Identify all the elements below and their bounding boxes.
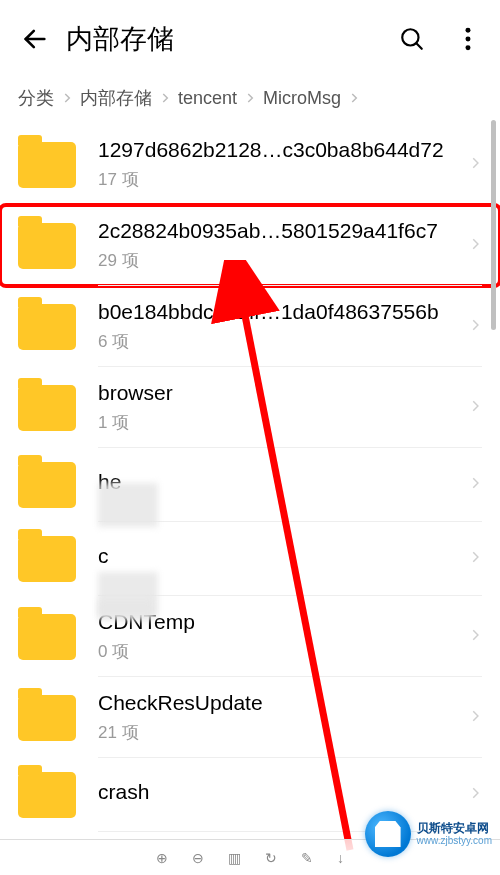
breadcrumb-segment[interactable]: MicroMsg bbox=[263, 88, 341, 109]
chevron-right-icon bbox=[243, 91, 257, 105]
chevron-right-icon bbox=[158, 91, 172, 105]
folder-meta: 17 项 bbox=[98, 168, 458, 191]
row-text: CheckResUpdate21 项 bbox=[98, 691, 458, 744]
row-text: b0e184bbdc4a1ff…1da0f48637556b6 项 bbox=[98, 300, 458, 353]
folder-meta: 21 项 bbox=[98, 721, 458, 744]
folder-name: 1297d6862b2128…c3c0ba8b644d72 bbox=[98, 138, 458, 162]
folder-row[interactable]: b0e184bbdc4a1ff…1da0f48637556b6 项 bbox=[0, 286, 500, 367]
folder-meta: 6 项 bbox=[98, 330, 458, 353]
chevron-right-icon bbox=[347, 91, 361, 105]
row-text: browser1 项 bbox=[98, 381, 458, 434]
page-title: 内部存储 bbox=[66, 21, 398, 57]
folder-name: CheckResUpdate bbox=[98, 691, 458, 715]
chevron-right-icon bbox=[468, 314, 482, 340]
watermark-logo-icon bbox=[365, 811, 411, 857]
watermark-text: 贝斯特安卓网 bbox=[417, 822, 492, 835]
folder-name: crash bbox=[98, 780, 458, 804]
svg-point-5 bbox=[466, 45, 471, 50]
chevron-right-icon bbox=[468, 472, 482, 498]
folder-row[interactable]: browser1 项 bbox=[0, 367, 500, 448]
folder-meta: 0 项 bbox=[98, 640, 458, 663]
breadcrumb-segment[interactable]: tencent bbox=[178, 88, 237, 109]
svg-line-2 bbox=[416, 43, 421, 48]
folder-name: b0e184bbdc4a1ff…1da0f48637556b bbox=[98, 300, 458, 324]
folder-list: 1297d6862b2128…c3c0ba8b644d7217 项2c28824… bbox=[0, 124, 500, 832]
toolbar-icon[interactable]: ↓ bbox=[337, 850, 344, 866]
chevron-right-icon bbox=[468, 624, 482, 650]
row-text: 2c28824b0935ab…5801529a41f6c729 项 bbox=[98, 219, 458, 272]
row-text: crash bbox=[98, 780, 458, 810]
folder-row[interactable]: c bbox=[0, 522, 500, 596]
folder-icon bbox=[18, 462, 76, 508]
scrollbar[interactable] bbox=[491, 120, 496, 330]
svg-point-3 bbox=[466, 28, 471, 33]
folder-icon bbox=[18, 385, 76, 431]
chevron-right-icon bbox=[468, 546, 482, 572]
folder-row[interactable]: 2c28824b0935ab…5801529a41f6c729 项 bbox=[0, 205, 500, 286]
svg-point-4 bbox=[466, 37, 471, 42]
breadcrumb-segment[interactable]: 分类 bbox=[18, 86, 54, 110]
blurred-region bbox=[98, 600, 153, 620]
toolbar-icon[interactable]: ⊖ bbox=[192, 850, 204, 866]
chevron-right-icon bbox=[468, 395, 482, 421]
chevron-right-icon bbox=[468, 705, 482, 731]
search-icon[interactable] bbox=[398, 25, 426, 53]
folder-icon bbox=[18, 536, 76, 582]
blurred-region bbox=[98, 483, 158, 527]
folder-icon bbox=[18, 223, 76, 269]
chevron-right-icon bbox=[468, 782, 482, 808]
chevron-right-icon bbox=[60, 91, 74, 105]
toolbar-icon[interactable]: ↻ bbox=[265, 850, 277, 866]
back-button[interactable] bbox=[18, 22, 52, 56]
more-menu-icon[interactable] bbox=[454, 25, 482, 53]
toolbar-icon[interactable]: ⊕ bbox=[156, 850, 168, 866]
breadcrumb[interactable]: 分类 内部存储 tencent MicroMsg bbox=[0, 78, 500, 124]
chevron-right-icon bbox=[468, 152, 482, 178]
toolbar-icon[interactable]: ✎ bbox=[301, 850, 313, 866]
watermark: 贝斯特安卓网 www.zjbstyy.com bbox=[365, 811, 492, 857]
row-text: 1297d6862b2128…c3c0ba8b644d7217 项 bbox=[98, 138, 458, 191]
row-text: c bbox=[98, 544, 458, 574]
toolbar-icon[interactable]: ▥ bbox=[228, 850, 241, 866]
folder-icon bbox=[18, 142, 76, 188]
folder-name: 2c28824b0935ab…5801529a41f6c7 bbox=[98, 219, 458, 243]
folder-row[interactable]: he bbox=[0, 448, 500, 522]
folder-icon bbox=[18, 614, 76, 660]
folder-name: c bbox=[98, 544, 458, 568]
folder-row[interactable]: CheckResUpdate21 项 bbox=[0, 677, 500, 758]
chevron-right-icon bbox=[468, 233, 482, 259]
breadcrumb-segment[interactable]: 内部存储 bbox=[80, 86, 152, 110]
folder-meta: 1 项 bbox=[98, 411, 458, 434]
folder-icon bbox=[18, 695, 76, 741]
folder-row[interactable]: 1297d6862b2128…c3c0ba8b644d7217 项 bbox=[0, 124, 500, 205]
folder-name: browser bbox=[98, 381, 458, 405]
folder-meta: 29 项 bbox=[98, 249, 458, 272]
folder-icon bbox=[18, 304, 76, 350]
watermark-url: www.zjbstyy.com bbox=[417, 835, 492, 846]
folder-row[interactable]: CDNTemp0 项 bbox=[0, 596, 500, 677]
folder-icon bbox=[18, 772, 76, 818]
